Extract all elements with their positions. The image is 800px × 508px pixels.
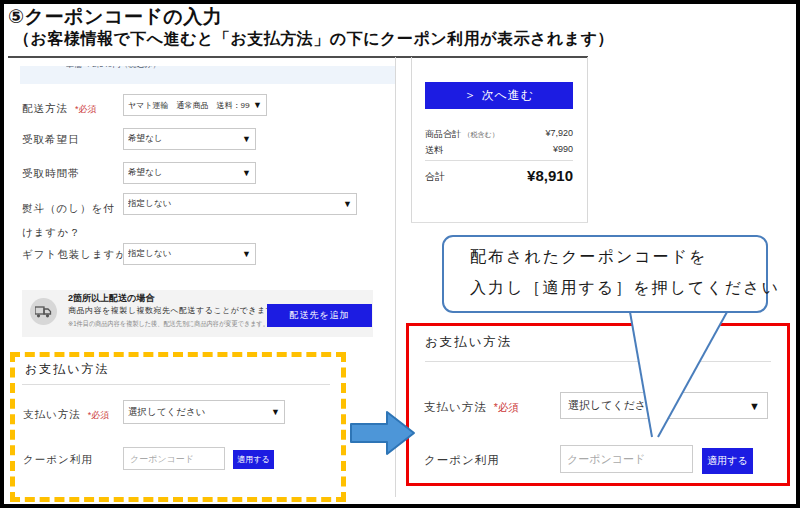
chevron-down-icon: ▼ [343, 199, 352, 209]
delivery-date-select[interactable]: 希望なし ▼ [123, 128, 256, 150]
total-label: 合計 [425, 170, 445, 184]
delivery-time-label: 受取時間帯 [22, 167, 80, 181]
add-destination-button[interactable]: 配送先を追加 [267, 304, 372, 327]
callout-bubble: 配布されたクーポンコードを 入力し［適用する］を押してください [442, 235, 768, 313]
summary-panel-right-border [587, 57, 588, 222]
chevron-down-icon: ▼ [242, 168, 251, 178]
coupon-code-input-right[interactable] [560, 445, 693, 473]
screenshot-top-edge [8, 56, 588, 58]
coupon-code-input[interactable] [123, 447, 225, 470]
delivery-date-label: 受取希望日 [22, 133, 80, 147]
shipping-method-select[interactable]: ヤマト運輸 通常商品 送料：990円 ▼ [123, 94, 267, 116]
next-step-button[interactable]: ＞ 次へ進む [425, 82, 573, 109]
multi-ship-description: 商品内容を複製し複数宛先へ配送することができます。 [68, 305, 283, 316]
chevron-down-icon: ▼ [271, 407, 280, 417]
shipping-fee-value: ¥990 [473, 144, 573, 154]
payment-heading-right: お支払い方法 [425, 334, 513, 351]
payment-method-select[interactable]: 選択してください ▼ [123, 400, 285, 424]
callout-line2: 入力し［適用する］を押してください [470, 278, 780, 299]
required-badge: *必須 [494, 401, 519, 413]
subtotal-value: ¥7,920 [473, 128, 573, 138]
summary-panel-left-border [411, 57, 412, 222]
divider [425, 160, 573, 161]
callout-pointer [615, 310, 740, 442]
coupon-label: クーポン利用 [23, 453, 93, 467]
chevron-down-icon: ▼ [242, 249, 251, 259]
gift-wrap-label: ギフト包装しますか？ [22, 248, 139, 262]
multi-ship-title: 2箇所以上配送の場合 [68, 292, 154, 305]
multi-ship-note: ※1件目の商品内容を複製した後、配送先別に商品内容が変更できます。 [68, 319, 269, 329]
chevron-down-icon: ▼ [242, 134, 251, 144]
chevron-down-icon: ▼ [253, 100, 262, 110]
payment-method-label: 支払い方法*必須 [23, 404, 109, 422]
chevron-down-icon: ▼ [749, 400, 760, 412]
noshi-select[interactable]: 指定しない ▼ [123, 193, 357, 215]
page-subtitle: （お客様情報で下へ進むと「お支払方法」の下にクーポン利用が表示されます） [14, 29, 614, 50]
payment-method-label-right: 支払い方法*必須 [424, 397, 519, 415]
arrow-right-icon [348, 407, 418, 459]
divider [22, 384, 330, 385]
required-badge: *必須 [75, 104, 97, 114]
apply-coupon-button[interactable]: 適用する [233, 450, 274, 469]
coupon-label-right: クーポン利用 [424, 453, 500, 468]
clipped-price-text: 単価 ￥2,640円（税込み） [66, 66, 160, 73]
page-title: ⑤クーポンコードの入力 [8, 4, 222, 30]
summary-panel-bottom-border [411, 222, 588, 223]
noshi-label: 熨斗（のし）を付けますか？ [22, 196, 126, 244]
payment-heading: お支払い方法 [25, 361, 110, 378]
gift-wrap-select[interactable]: 指定しない ▼ [123, 243, 256, 265]
delivery-time-select[interactable]: 希望なし ▼ [123, 162, 256, 184]
shipping-method-label: 配送方法*必須 [22, 98, 97, 116]
required-badge: *必須 [88, 410, 110, 420]
shipping-fee-label: 送料 [425, 144, 443, 157]
truck-icon [30, 298, 57, 325]
apply-coupon-button-right[interactable]: 適用する [702, 448, 753, 474]
callout-line1: 配布されたクーポンコードを [470, 247, 707, 268]
total-value: ¥8,910 [473, 167, 573, 184]
